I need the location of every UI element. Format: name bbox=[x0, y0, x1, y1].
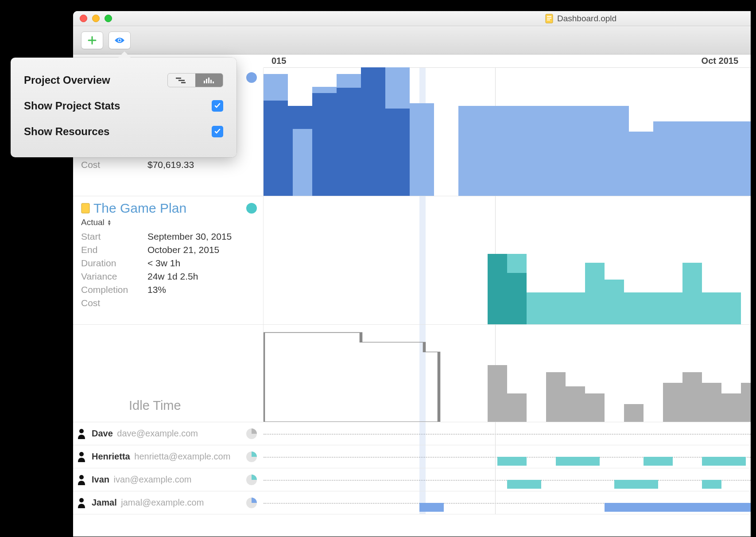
resource-email: jamal@example.com bbox=[119, 498, 204, 507]
titlebar: Dashboard.opld bbox=[73, 11, 751, 26]
resource-allocation-bar[interactable] bbox=[497, 457, 527, 466]
resource-name: Ivan bbox=[92, 475, 109, 484]
stat-value: October 21, 2015 bbox=[147, 243, 219, 257]
svg-rect-22 bbox=[210, 80, 212, 83]
project-2-name[interactable]: The Game Plan bbox=[93, 201, 186, 216]
project-2-stats: StartSeptember 30, 2015EndOctober 21, 20… bbox=[81, 230, 263, 310]
selector-label: Actual bbox=[81, 218, 105, 227]
project-2-chart bbox=[264, 196, 751, 324]
eye-icon bbox=[114, 36, 125, 44]
gantt-mode-icon[interactable] bbox=[168, 74, 195, 87]
resources-list: Dave dave@example.comHenrietta henrietta… bbox=[73, 422, 751, 514]
show-resources-checkbox[interactable] bbox=[212, 126, 223, 137]
svg-rect-19 bbox=[204, 81, 205, 83]
resource-email: henrietta@example.com bbox=[132, 451, 231, 461]
person-icon bbox=[77, 474, 86, 486]
stat-label: Cost bbox=[81, 296, 147, 310]
svg-rect-18 bbox=[181, 82, 186, 83]
svg-rect-23 bbox=[213, 82, 214, 83]
project-2-stat-selector[interactable]: Actual ▲▼ bbox=[81, 218, 263, 227]
popover-label: Project Overview bbox=[24, 74, 110, 86]
add-button[interactable] bbox=[81, 31, 103, 49]
resource-timeline bbox=[264, 491, 751, 514]
popover-row-stats: Show Project Stats bbox=[24, 93, 223, 119]
svg-rect-7 bbox=[81, 203, 89, 213]
timeline-header: 015 Oct 2015 bbox=[264, 54, 751, 68]
plus-icon bbox=[87, 35, 97, 45]
idle-sidebar: Idle Time bbox=[73, 325, 264, 422]
check-icon bbox=[214, 102, 221, 109]
stat-label: End bbox=[81, 243, 147, 257]
project-1-chart bbox=[264, 68, 751, 196]
resource-row[interactable]: Henrietta henrietta@example.com bbox=[73, 445, 751, 468]
histogram-mode-icon[interactable] bbox=[195, 74, 223, 87]
popover-row-resources: Show Resources bbox=[24, 119, 223, 144]
resource-row[interactable]: Ivan ivan@example.com bbox=[73, 468, 751, 491]
resource-allocation-bar[interactable] bbox=[702, 480, 721, 489]
stat-value: $70,619.33 bbox=[147, 158, 194, 171]
stat-label: Duration bbox=[81, 257, 147, 270]
popover-label: Show Project Stats bbox=[24, 100, 120, 112]
stat-value: September 30, 2015 bbox=[147, 230, 232, 243]
resource-name: Dave bbox=[92, 428, 113, 438]
stat-label: Start bbox=[81, 230, 147, 243]
project-2-sidebar: The Game Plan Actual ▲▼ StartSeptember 3… bbox=[73, 196, 264, 324]
resource-allocation-bar[interactable] bbox=[556, 457, 600, 466]
idle-chart bbox=[264, 325, 751, 422]
show-stats-checkbox[interactable] bbox=[212, 100, 223, 112]
popover-row-overview: Project Overview bbox=[24, 67, 223, 93]
resource-email: ivan@example.com bbox=[111, 475, 191, 484]
close-window-button[interactable] bbox=[80, 15, 87, 22]
svg-point-12 bbox=[79, 475, 84, 479]
view-options-button[interactable] bbox=[109, 31, 131, 49]
resource-allocation-bar[interactable] bbox=[419, 503, 444, 512]
svg-rect-17 bbox=[178, 80, 185, 81]
person-icon bbox=[77, 428, 86, 440]
project-2-color-dot bbox=[246, 203, 257, 214]
minimize-window-button[interactable] bbox=[92, 15, 100, 22]
resource-allocation-bar[interactable] bbox=[605, 503, 751, 512]
stat-value: 24w 1d 2.5h bbox=[147, 270, 198, 283]
resource-allocation-bar[interactable] bbox=[507, 480, 541, 489]
idle-row: Idle Time bbox=[73, 325, 751, 422]
overview-mode-segmented[interactable] bbox=[167, 73, 223, 87]
resource-allocation-bar[interactable] bbox=[644, 457, 673, 466]
document-title: Dashboard.opld bbox=[545, 13, 616, 24]
toolbar bbox=[73, 26, 751, 54]
stat-label: Completion bbox=[81, 283, 147, 296]
svg-point-10 bbox=[79, 452, 84, 456]
timeline-right-label: Oct 2015 bbox=[702, 56, 738, 66]
stat-value: 13% bbox=[147, 283, 166, 296]
timeline-left-label: 015 bbox=[271, 56, 286, 66]
svg-rect-16 bbox=[176, 78, 181, 79]
document-icon bbox=[545, 13, 554, 24]
utilization-pie-icon bbox=[246, 474, 257, 486]
resource-timeline bbox=[264, 422, 751, 445]
stat-label: Variance bbox=[81, 270, 147, 283]
utilization-pie-icon bbox=[246, 497, 257, 509]
resource-allocation-bar[interactable] bbox=[614, 480, 658, 489]
stepper-icon: ▲▼ bbox=[107, 219, 112, 226]
person-icon bbox=[77, 497, 86, 509]
resource-row[interactable]: Jamal jamal@example.com bbox=[73, 491, 751, 514]
resource-timeline bbox=[264, 445, 751, 468]
stat-value: < 3w 1h bbox=[147, 257, 180, 270]
check-icon bbox=[214, 128, 221, 135]
svg-rect-2 bbox=[547, 18, 551, 19]
resource-row[interactable]: Dave dave@example.com bbox=[73, 422, 751, 445]
document-title-text: Dashboard.opld bbox=[557, 14, 616, 23]
resource-timeline bbox=[264, 468, 751, 491]
svg-point-5 bbox=[119, 39, 121, 41]
resource-email: dave@example.com bbox=[115, 428, 198, 438]
stat-label: Cost bbox=[81, 158, 147, 171]
resource-name: Jamal bbox=[92, 498, 117, 507]
project-row-2: The Game Plan Actual ▲▼ StartSeptember 3… bbox=[73, 196, 751, 325]
project-icon bbox=[81, 203, 90, 214]
resource-allocation-bar[interactable] bbox=[702, 457, 746, 466]
zoom-window-button[interactable] bbox=[105, 15, 112, 22]
popover-label: Show Resources bbox=[24, 125, 109, 138]
project-1-color-dot bbox=[246, 72, 257, 83]
view-options-popover: Project Overview Show Project Stats Show… bbox=[11, 58, 236, 157]
svg-point-14 bbox=[79, 498, 84, 502]
svg-rect-20 bbox=[206, 79, 207, 83]
